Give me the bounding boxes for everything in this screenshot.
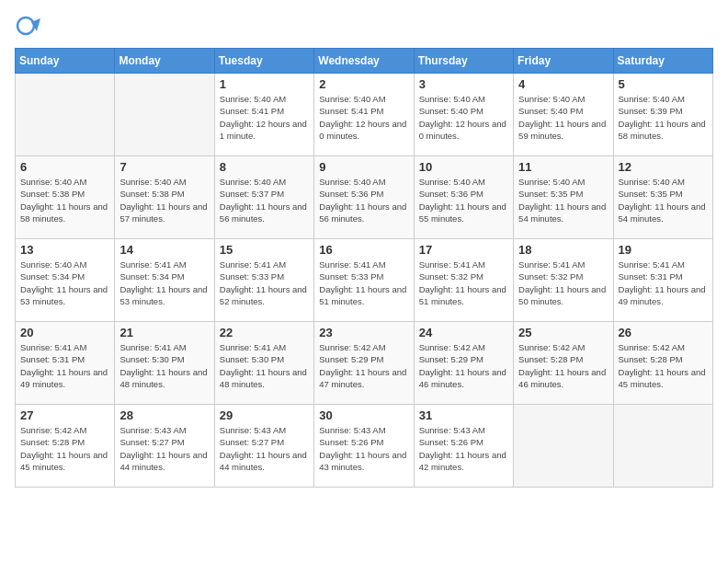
calendar-cell: 15Sunrise: 5:41 AMSunset: 5:33 PMDayligh… — [214, 239, 313, 322]
day-info: Sunrise: 5:40 AMSunset: 5:38 PMDaylight:… — [119, 176, 209, 224]
day-number: 6 — [20, 160, 109, 174]
calendar-week-2: 6Sunrise: 5:40 AMSunset: 5:38 PMDaylight… — [16, 156, 713, 239]
day-info: Sunrise: 5:41 AMSunset: 5:31 PMDaylight:… — [619, 259, 708, 307]
day-info: Sunrise: 5:40 AMSunset: 5:41 PMDaylight:… — [220, 93, 309, 142]
day-number: 15 — [220, 243, 309, 257]
day-info: Sunrise: 5:42 AMSunset: 5:28 PMDaylight:… — [20, 424, 109, 473]
weekday-header-monday: Monday — [115, 49, 214, 74]
calendar-cell: 16Sunrise: 5:41 AMSunset: 5:33 PMDayligh… — [314, 239, 414, 322]
logo — [15, 15, 42, 40]
calendar-cell — [514, 405, 613, 488]
calendar-cell — [613, 405, 712, 488]
page-header — [15, 15, 713, 40]
day-info: Sunrise: 5:40 AMSunset: 5:40 PMDaylight:… — [419, 93, 508, 142]
calendar-week-3: 13Sunrise: 5:40 AMSunset: 5:34 PMDayligh… — [16, 239, 713, 322]
weekday-header-saturday: Saturday — [613, 49, 712, 74]
day-info: Sunrise: 5:43 AMSunset: 5:26 PMDaylight:… — [419, 424, 508, 473]
calendar-cell: 24Sunrise: 5:42 AMSunset: 5:29 PMDayligh… — [414, 322, 513, 405]
day-info: Sunrise: 5:43 AMSunset: 5:27 PMDaylight:… — [220, 424, 309, 473]
calendar-cell: 8Sunrise: 5:40 AMSunset: 5:37 PMDaylight… — [214, 156, 313, 239]
calendar-cell: 1Sunrise: 5:40 AMSunset: 5:41 PMDaylight… — [214, 74, 313, 156]
calendar-cell — [16, 74, 115, 156]
weekday-header-sunday: Sunday — [16, 49, 115, 74]
day-number: 11 — [518, 160, 608, 174]
day-number: 2 — [319, 77, 408, 91]
day-info: Sunrise: 5:42 AMSunset: 5:28 PMDaylight:… — [518, 341, 608, 390]
calendar-cell: 30Sunrise: 5:43 AMSunset: 5:26 PMDayligh… — [314, 405, 414, 488]
day-number: 13 — [20, 243, 109, 257]
calendar-cell: 14Sunrise: 5:41 AMSunset: 5:34 PMDayligh… — [115, 239, 214, 322]
day-number: 19 — [619, 243, 708, 257]
day-info: Sunrise: 5:42 AMSunset: 5:28 PMDaylight:… — [619, 341, 708, 390]
day-number: 25 — [518, 326, 608, 339]
day-info: Sunrise: 5:43 AMSunset: 5:26 PMDaylight:… — [319, 424, 408, 473]
calendar-week-5: 27Sunrise: 5:42 AMSunset: 5:28 PMDayligh… — [16, 405, 713, 488]
weekday-header-row: SundayMondayTuesdayWednesdayThursdayFrid… — [16, 49, 713, 74]
weekday-header-thursday: Thursday — [414, 49, 513, 74]
day-number: 5 — [619, 77, 708, 91]
calendar-cell: 25Sunrise: 5:42 AMSunset: 5:28 PMDayligh… — [514, 322, 613, 405]
day-info: Sunrise: 5:40 AMSunset: 5:36 PMDaylight:… — [419, 176, 508, 224]
day-number: 8 — [220, 160, 309, 174]
day-number: 18 — [518, 243, 608, 257]
calendar-cell: 19Sunrise: 5:41 AMSunset: 5:31 PMDayligh… — [613, 239, 712, 322]
day-info: Sunrise: 5:41 AMSunset: 5:34 PMDaylight:… — [119, 259, 209, 307]
day-info: Sunrise: 5:41 AMSunset: 5:30 PMDaylight:… — [119, 341, 209, 390]
calendar-cell: 27Sunrise: 5:42 AMSunset: 5:28 PMDayligh… — [16, 405, 115, 488]
day-number: 23 — [319, 326, 408, 339]
calendar-table: SundayMondayTuesdayWednesdayThursdayFrid… — [15, 48, 713, 488]
day-number: 16 — [319, 243, 408, 257]
day-info: Sunrise: 5:41 AMSunset: 5:33 PMDaylight:… — [319, 259, 408, 307]
calendar-cell: 29Sunrise: 5:43 AMSunset: 5:27 PMDayligh… — [214, 405, 313, 488]
calendar-cell: 31Sunrise: 5:43 AMSunset: 5:26 PMDayligh… — [414, 405, 513, 488]
logo-icon — [15, 15, 40, 40]
calendar-cell: 23Sunrise: 5:42 AMSunset: 5:29 PMDayligh… — [314, 322, 414, 405]
calendar-cell: 20Sunrise: 5:41 AMSunset: 5:31 PMDayligh… — [16, 322, 115, 405]
day-info: Sunrise: 5:42 AMSunset: 5:29 PMDaylight:… — [319, 341, 408, 390]
calendar-cell: 6Sunrise: 5:40 AMSunset: 5:38 PMDaylight… — [16, 156, 115, 239]
calendar-cell: 21Sunrise: 5:41 AMSunset: 5:30 PMDayligh… — [115, 322, 214, 405]
day-number: 7 — [119, 160, 209, 174]
day-info: Sunrise: 5:40 AMSunset: 5:40 PMDaylight:… — [518, 93, 608, 142]
svg-point-0 — [17, 17, 34, 34]
calendar-cell: 28Sunrise: 5:43 AMSunset: 5:27 PMDayligh… — [115, 405, 214, 488]
day-info: Sunrise: 5:41 AMSunset: 5:31 PMDaylight:… — [20, 341, 109, 390]
day-info: Sunrise: 5:41 AMSunset: 5:32 PMDaylight:… — [419, 259, 508, 307]
day-number: 17 — [419, 243, 508, 257]
day-number: 21 — [119, 326, 209, 339]
day-info: Sunrise: 5:40 AMSunset: 5:41 PMDaylight:… — [319, 93, 408, 142]
day-number: 20 — [20, 326, 109, 339]
calendar-week-4: 20Sunrise: 5:41 AMSunset: 5:31 PMDayligh… — [16, 322, 713, 405]
day-number: 29 — [220, 408, 309, 422]
day-info: Sunrise: 5:42 AMSunset: 5:29 PMDaylight:… — [419, 341, 508, 390]
calendar-cell: 5Sunrise: 5:40 AMSunset: 5:39 PMDaylight… — [613, 74, 712, 156]
day-info: Sunrise: 5:40 AMSunset: 5:35 PMDaylight:… — [518, 176, 608, 224]
calendar-cell: 13Sunrise: 5:40 AMSunset: 5:34 PMDayligh… — [16, 239, 115, 322]
day-number: 27 — [20, 408, 109, 422]
day-number: 22 — [220, 326, 309, 339]
day-number: 9 — [319, 160, 408, 174]
calendar-cell — [115, 74, 214, 156]
weekday-header-wednesday: Wednesday — [314, 49, 414, 74]
calendar-cell: 10Sunrise: 5:40 AMSunset: 5:36 PMDayligh… — [414, 156, 513, 239]
day-number: 12 — [619, 160, 708, 174]
calendar-cell: 22Sunrise: 5:41 AMSunset: 5:30 PMDayligh… — [214, 322, 313, 405]
day-info: Sunrise: 5:41 AMSunset: 5:33 PMDaylight:… — [220, 259, 309, 307]
day-info: Sunrise: 5:40 AMSunset: 5:39 PMDaylight:… — [619, 93, 708, 142]
day-info: Sunrise: 5:41 AMSunset: 5:32 PMDaylight:… — [518, 259, 608, 307]
day-info: Sunrise: 5:40 AMSunset: 5:37 PMDaylight:… — [220, 176, 309, 224]
day-number: 26 — [619, 326, 708, 339]
day-number: 3 — [419, 77, 508, 91]
day-info: Sunrise: 5:43 AMSunset: 5:27 PMDaylight:… — [119, 424, 209, 473]
calendar-cell: 9Sunrise: 5:40 AMSunset: 5:36 PMDaylight… — [314, 156, 414, 239]
day-info: Sunrise: 5:40 AMSunset: 5:38 PMDaylight:… — [20, 176, 109, 224]
day-number: 4 — [518, 77, 608, 91]
calendar-cell: 12Sunrise: 5:40 AMSunset: 5:35 PMDayligh… — [613, 156, 712, 239]
calendar-cell: 11Sunrise: 5:40 AMSunset: 5:35 PMDayligh… — [514, 156, 613, 239]
day-number: 31 — [419, 408, 508, 422]
day-number: 30 — [319, 408, 408, 422]
calendar-cell: 2Sunrise: 5:40 AMSunset: 5:41 PMDaylight… — [314, 74, 414, 156]
calendar-cell: 3Sunrise: 5:40 AMSunset: 5:40 PMDaylight… — [414, 74, 513, 156]
day-number: 14 — [119, 243, 209, 257]
calendar-week-1: 1Sunrise: 5:40 AMSunset: 5:41 PMDaylight… — [16, 74, 713, 156]
